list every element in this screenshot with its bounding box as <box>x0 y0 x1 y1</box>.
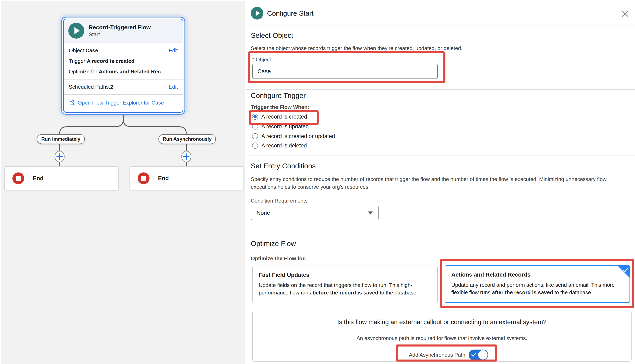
required-asterisk: * <box>252 56 254 63</box>
external-callout-box: Is this flow making an external callout … <box>252 311 632 362</box>
edit-object-link[interactable]: Edit <box>168 48 178 54</box>
radio-record-created-or-updated[interactable]: A record is created or updated <box>252 132 335 141</box>
start-node-optimize-row: Optimize for: Actions and Related Rec... <box>64 68 183 75</box>
end-node[interactable]: End <box>130 166 244 190</box>
option-card-title: Actions and Related Records <box>451 272 624 278</box>
branch-label-text: Run Asynchronously <box>163 136 212 142</box>
start-play-icon <box>251 7 264 20</box>
entry-conditions-description: Specify entry conditions to reduce the n… <box>251 175 633 191</box>
flow-trigger-explorer-link[interactable]: Open Flow Trigger Explorer for Case <box>78 100 164 106</box>
condition-requirements-value: None <box>256 210 270 216</box>
optimize-row-value: Actions and Related Rec... <box>99 68 165 75</box>
description-bold-text: after the record is saved <box>492 289 553 296</box>
end-icon <box>138 172 150 184</box>
branch-label-run-asynchronously: Run Asynchronously <box>158 134 216 144</box>
option-card-description: Update fields on the record that trigger… <box>259 282 431 296</box>
chevron-down-icon <box>368 212 373 214</box>
add-element-button[interactable] <box>55 151 64 162</box>
radio-label[interactable]: A record is created or updated <box>261 133 335 140</box>
configure-trigger-heading: Configure Trigger <box>251 92 306 100</box>
end-node-label: End <box>33 175 44 182</box>
radio-label[interactable]: A record is created <box>261 114 307 120</box>
trigger-row-label: Trigger: <box>69 58 87 64</box>
section-divider <box>246 234 635 234</box>
close-icon[interactable] <box>622 10 628 17</box>
async-path-toggle-label: Add Asynchronous Path <box>409 352 465 358</box>
option-card-fast-field-updates[interactable]: Fast Field Updates Update fields on the … <box>252 266 438 304</box>
select-object-description: Select the object whose records trigger … <box>251 44 462 52</box>
description-text: to the database. <box>378 290 418 296</box>
description-bold-text: before the record is saved <box>312 290 378 296</box>
select-object-heading: Select Object <box>251 31 293 40</box>
toggle-knob <box>478 350 488 360</box>
object-row-value: Case <box>86 48 98 54</box>
add-element-button[interactable] <box>182 151 191 162</box>
scheduled-paths-label: Scheduled Paths: <box>69 84 110 90</box>
branch-label-text: Run Immediately <box>41 136 80 142</box>
radio-icon[interactable] <box>252 124 258 130</box>
section-divider <box>246 156 635 156</box>
check-icon <box>471 352 476 357</box>
end-node-label: End <box>158 175 169 182</box>
start-node-object-row: Object: Case Edit <box>64 48 183 54</box>
end-icon <box>12 172 24 184</box>
external-link-icon <box>69 100 75 106</box>
add-asynchronous-path-toggle[interactable] <box>468 350 488 360</box>
scheduled-paths-row: Scheduled Paths: 2 Edit <box>64 84 183 90</box>
check-icon <box>622 267 628 273</box>
option-card-title: Fast Field Updates <box>259 272 431 278</box>
radio-record-updated[interactable]: A record is updated <box>252 122 309 131</box>
radio-icon[interactable] <box>252 142 258 149</box>
start-node-title: Record-Triggered Flow <box>89 24 151 31</box>
section-divider <box>246 90 635 90</box>
trigger-group-label: Trigger the Flow When: <box>251 104 309 110</box>
optimize-row-label: Optimize for: <box>69 68 99 75</box>
radio-label[interactable]: A record is updated <box>261 124 309 130</box>
external-callout-question: Is this flow making an external callout … <box>252 318 631 326</box>
optimize-group-label: Optimize the Flow for: <box>251 256 306 262</box>
trigger-row-value: A record is created <box>87 58 135 64</box>
panel-header: Configure Start <box>246 1 635 26</box>
edit-scheduled-paths-link[interactable]: Edit <box>168 84 178 90</box>
option-card-description: Update any record and perform actions, l… <box>451 281 624 296</box>
optimize-flow-heading: Optimize Flow <box>251 240 296 248</box>
option-card-actions-and-related-records[interactable]: Actions and Related Records Update any r… <box>444 265 630 303</box>
object-row-label: Object: <box>69 48 86 54</box>
radio-icon[interactable] <box>252 133 258 139</box>
radio-icon[interactable] <box>252 114 258 120</box>
start-node-header: Record-Triggered Flow Start <box>64 19 183 42</box>
description-text: to the database. <box>553 289 592 296</box>
condition-requirements-select[interactable]: None <box>251 206 378 220</box>
start-node[interactable]: Record-Triggered Flow Start Object: Case… <box>63 19 183 113</box>
object-input[interactable] <box>252 64 438 79</box>
end-node[interactable]: End <box>4 166 118 190</box>
flow-canvas[interactable]: Record-Triggered Flow Start Object: Case… <box>1 1 245 364</box>
scheduled-paths-value: 2 <box>110 84 113 90</box>
external-callout-note: An asynchronous path is required for flo… <box>252 335 631 342</box>
object-field-label: *Object <box>252 56 271 63</box>
radio-record-created[interactable]: A record is created <box>252 112 307 121</box>
node-divider <box>64 79 183 80</box>
start-node-trigger-row: Trigger: A record is created <box>64 58 183 64</box>
configure-start-panel: Configure Start Select Object Select the… <box>246 1 635 364</box>
entry-conditions-heading: Set Entry Conditions <box>251 162 316 170</box>
branch-label-run-immediately: Run Immediately <box>37 134 85 144</box>
start-play-icon <box>68 23 84 39</box>
radio-label[interactable]: A record is deleted <box>261 142 307 149</box>
object-field-label-text: Object <box>256 56 271 63</box>
panel-title: Configure Start <box>267 1 314 26</box>
start-node-subtitle: Start <box>89 31 151 38</box>
condition-requirements-label: Condition Requirements <box>251 198 308 204</box>
async-path-toggle-row: Add Asynchronous Path <box>398 346 499 363</box>
radio-record-deleted[interactable]: A record is deleted <box>252 141 307 150</box>
